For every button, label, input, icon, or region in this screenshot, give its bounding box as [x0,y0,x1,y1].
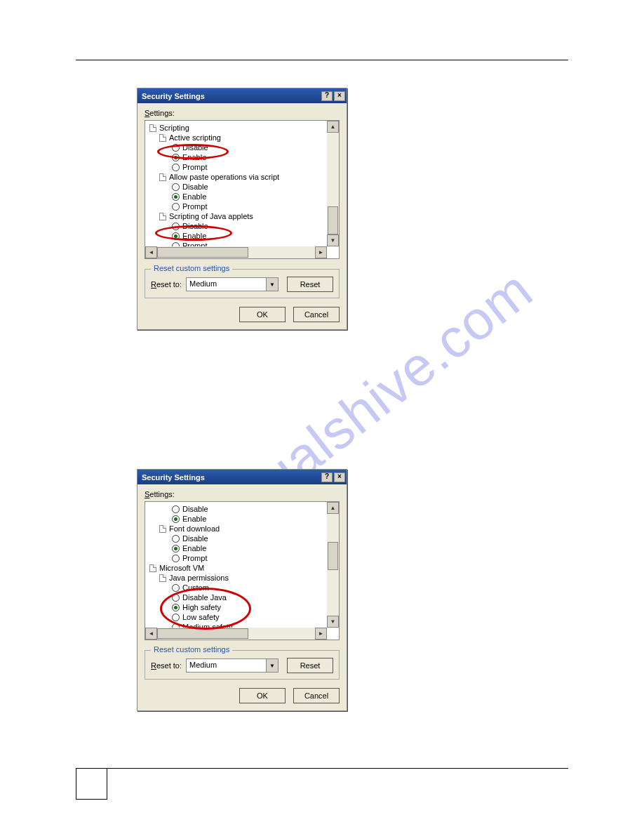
ok-button[interactable]: OK [239,688,286,703]
tree-subgroup-active-scripting: Active scripting [169,133,221,143]
radio-enable[interactable] [172,515,180,523]
radio-enable[interactable] [172,545,180,552]
close-button[interactable]: × [334,472,345,482]
opt-enable: Enable [182,514,206,524]
reset-fieldset: Reset custom settings Reset to: Medium ▼… [145,650,340,680]
opt-low-safety: Low safety [182,612,220,622]
fieldset-legend: Reset custom settings [151,264,232,272]
doc-icon [159,525,166,533]
titlebar[interactable]: Security Settings ? × [137,88,347,103]
settings-tree[interactable]: Scripting Active scripting Disable Enabl… [145,120,340,259]
scroll-thumb[interactable] [157,628,248,639]
radio-disable[interactable] [172,535,180,543]
tree-group-scripting: Scripting [159,123,189,133]
scroll-right-icon[interactable]: ► [315,246,327,258]
opt-prompt: Prompt [182,162,207,172]
scroll-left-icon[interactable]: ◄ [145,246,157,258]
opt-prompt: Prompt [182,553,207,563]
page-top-rule [76,60,568,60]
opt-enable: Enable [182,152,206,162]
reset-fieldset: Reset custom settings Reset to: Medium ▼… [145,269,340,298]
titlebar[interactable]: Security Settings ? × [137,470,347,484]
opt-disable: Disable [182,221,208,231]
reset-level-combo[interactable]: Medium ▼ [186,658,279,673]
radio-enable[interactable] [172,154,180,161]
vertical-scrollbar[interactable]: ▲ ▼ [327,121,339,246]
fieldset-legend: Reset custom settings [151,645,232,654]
chevron-down-icon[interactable]: ▼ [266,278,278,291]
page-bottom-rule [76,768,568,769]
opt-high-safety: High safety [182,602,221,612]
horizontal-scrollbar[interactable]: ◄ ► [145,628,327,640]
scroll-thumb[interactable] [157,247,248,258]
cancel-button[interactable]: Cancel [293,688,340,703]
radio-disable[interactable] [172,505,180,513]
radio-prompt[interactable] [172,203,180,211]
scroll-right-icon[interactable]: ► [315,628,327,640]
scroll-up-icon[interactable]: ▲ [327,121,339,133]
opt-custom: Custom [182,583,209,593]
radio-disable-java[interactable] [172,594,180,602]
opt-enable: Enable [182,543,206,553]
chevron-down-icon[interactable]: ▼ [266,659,278,672]
scroll-left-icon[interactable]: ◄ [145,628,157,640]
ok-button[interactable]: OK [239,307,286,322]
radio-disable[interactable] [172,223,180,230]
opt-enable: Enable [182,192,206,201]
combo-value: Medium [187,278,266,291]
security-settings-dialog-1: Security Settings ? × Settings: Scriptin… [137,88,347,330]
doc-icon [159,574,166,582]
reset-button[interactable]: Reset [287,658,333,673]
tree-subgroup-allow-paste: Allow paste operations via script [169,172,279,182]
opt-disable: Disable [182,534,208,543]
opt-disable: Disable [182,182,208,192]
radio-enable[interactable] [172,232,180,240]
settings-label: Settings: [145,109,340,117]
radio-high-safety[interactable] [172,604,180,611]
radio-disable[interactable] [172,144,180,152]
vertical-scrollbar[interactable]: ▲ ▼ [327,502,339,628]
opt-prompt: Prompt [182,201,207,211]
settings-tree[interactable]: Disable Enable Font download Disable Ena… [145,501,340,640]
tree-group-ms-vm: Microsoft VM [159,563,204,573]
settings-label: Settings: [145,490,340,498]
security-settings-dialog-2: Security Settings ? × Settings: Disable … [137,469,347,711]
dialog-title: Security Settings [142,92,205,100]
radio-prompt[interactable] [172,164,180,171]
page-number-box [76,768,107,800]
doc-icon [159,173,166,181]
radio-low-safety[interactable] [172,614,180,621]
close-button[interactable]: × [334,91,345,101]
scroll-up-icon[interactable]: ▲ [327,502,339,514]
radio-disable[interactable] [172,183,180,191]
scroll-down-icon[interactable]: ▼ [327,616,339,628]
combo-value: Medium [187,659,266,672]
reset-level-combo[interactable]: Medium ▼ [186,277,279,291]
radio-prompt[interactable] [172,555,180,562]
help-button[interactable]: ? [321,91,333,101]
opt-disable: Disable [182,504,208,514]
tree-subgroup-scripting-java: Scripting of Java applets [169,211,253,221]
opt-enable: Enable [182,231,206,241]
radio-enable[interactable] [172,193,180,201]
doc-icon [159,213,166,220]
radio-custom[interactable] [172,584,180,592]
cancel-button[interactable]: Cancel [293,307,340,322]
horizontal-scrollbar[interactable]: ◄ ► [145,246,327,258]
tree-subgroup-font-download: Font download [169,524,220,534]
dialog-title: Security Settings [142,473,205,482]
tree-subgroup-java-permissions: Java permissions [169,573,229,583]
scroll-thumb[interactable] [328,206,338,234]
help-button[interactable]: ? [321,472,333,482]
doc-icon [159,134,166,142]
reset-to-label: Reset to: [151,280,182,289]
doc-icon [149,124,156,132]
opt-disable-java: Disable Java [182,593,227,602]
reset-button[interactable]: Reset [287,277,333,292]
scroll-down-icon[interactable]: ▼ [327,234,339,246]
doc-icon [149,564,156,572]
reset-to-label: Reset to: [151,661,182,670]
scroll-thumb[interactable] [328,542,338,570]
opt-disable: Disable [182,143,208,152]
